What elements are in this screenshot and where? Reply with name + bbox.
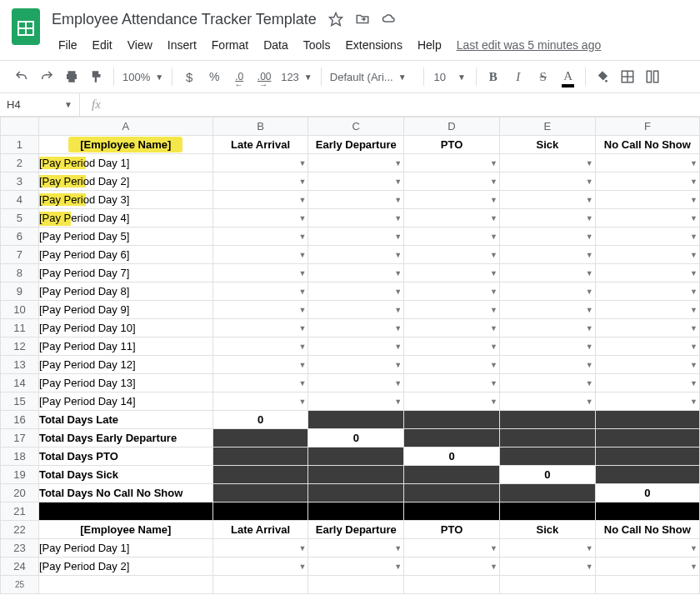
dropdown-icon[interactable]: ▼ xyxy=(690,398,698,406)
data-cell[interactable]: ▼ xyxy=(499,356,595,374)
data-cell[interactable]: ▼ xyxy=(404,282,500,301)
data-cell[interactable] xyxy=(212,576,308,594)
corner-cell[interactable] xyxy=(1,118,39,136)
header-cell[interactable]: PTO xyxy=(404,521,500,539)
data-cell[interactable]: ▼ xyxy=(404,172,500,191)
row-header[interactable]: 1 xyxy=(1,136,39,154)
data-cell[interactable]: ▼ xyxy=(595,228,699,246)
redo-button[interactable] xyxy=(35,65,58,88)
dropdown-icon[interactable]: ▼ xyxy=(490,544,498,552)
dropdown-icon[interactable]: ▼ xyxy=(586,398,593,406)
data-cell[interactable]: ▼ xyxy=(499,264,595,282)
dropdown-icon[interactable]: ▼ xyxy=(490,324,498,332)
col-header-B[interactable]: B xyxy=(212,118,308,136)
day-label[interactable]: [Pay Period Day 2] xyxy=(38,558,212,576)
day-label[interactable]: [Pay Period Day 7] xyxy=(38,264,212,282)
data-cell[interactable]: ▼ xyxy=(212,558,308,576)
row-header[interactable]: 9 xyxy=(1,282,39,301)
menu-file[interactable]: File xyxy=(52,35,84,55)
dropdown-icon[interactable]: ▼ xyxy=(394,544,402,552)
zoom-select[interactable]: 100%▼ xyxy=(119,65,167,88)
undo-button[interactable] xyxy=(10,65,33,88)
row-header[interactable]: 17 xyxy=(1,429,39,448)
header-cell[interactable]: Early Departure xyxy=(308,521,404,539)
dropdown-icon[interactable]: ▼ xyxy=(394,178,402,186)
dropdown-icon[interactable]: ▼ xyxy=(690,214,698,222)
dropdown-icon[interactable]: ▼ xyxy=(490,361,498,369)
data-cell[interactable]: ▼ xyxy=(595,172,699,191)
dropdown-icon[interactable]: ▼ xyxy=(690,288,698,296)
name-box[interactable]: H4 ▼ xyxy=(0,93,80,116)
dec-dec-button[interactable]: .0← xyxy=(228,65,251,88)
dropdown-icon[interactable]: ▼ xyxy=(586,251,593,259)
dropdown-icon[interactable]: ▼ xyxy=(586,342,593,351)
menu-format[interactable]: Format xyxy=(205,35,255,55)
data-cell[interactable]: ▼ xyxy=(499,191,595,209)
header-cell[interactable]: Early Departure xyxy=(308,136,404,154)
data-cell[interactable]: ▼ xyxy=(308,191,404,209)
dropdown-icon[interactable]: ▼ xyxy=(586,544,593,552)
data-cell[interactable]: ▼ xyxy=(212,246,308,264)
data-cell[interactable] xyxy=(308,576,404,594)
row-header[interactable]: 14 xyxy=(1,374,39,392)
data-cell[interactable]: ▼ xyxy=(308,338,404,356)
data-cell[interactable]: ▼ xyxy=(308,154,404,172)
dropdown-icon[interactable]: ▼ xyxy=(586,214,593,222)
dropdown-icon[interactable]: ▼ xyxy=(394,324,402,332)
dropdown-icon[interactable]: ▼ xyxy=(298,159,306,168)
row-header[interactable]: 3 xyxy=(1,172,39,191)
data-cell[interactable]: ▼ xyxy=(212,301,308,319)
day-label[interactable]: [Pay Period Day 2] xyxy=(38,172,212,191)
dropdown-icon[interactable]: ▼ xyxy=(394,196,402,204)
data-cell[interactable]: ▼ xyxy=(212,228,308,246)
dropdown-icon[interactable]: ▼ xyxy=(298,562,306,571)
move-folder-icon[interactable] xyxy=(355,12,370,27)
dropdown-icon[interactable]: ▼ xyxy=(586,178,593,186)
dropdown-icon[interactable]: ▼ xyxy=(490,251,498,259)
data-cell[interactable]: ▼ xyxy=(499,374,595,392)
data-cell[interactable]: ▼ xyxy=(595,374,699,392)
day-label[interactable]: [Pay Period Day 9] xyxy=(38,301,212,319)
header-cell[interactable]: No Call No Show xyxy=(595,136,699,154)
data-cell[interactable]: ▼ xyxy=(499,539,595,558)
dropdown-icon[interactable]: ▼ xyxy=(394,159,402,168)
data-cell[interactable]: ▼ xyxy=(499,172,595,191)
data-cell[interactable]: ▼ xyxy=(595,356,699,374)
day-label[interactable]: [Pay Period Day 14] xyxy=(38,392,212,411)
row-header[interactable]: 12 xyxy=(1,338,39,356)
data-cell[interactable]: ▼ xyxy=(499,228,595,246)
row-header[interactable]: 22 xyxy=(1,521,39,539)
total-value[interactable]: 0 xyxy=(404,448,500,466)
data-cell[interactable]: ▼ xyxy=(308,209,404,228)
currency-button[interactable]: $ xyxy=(178,65,201,88)
dropdown-icon[interactable]: ▼ xyxy=(298,398,306,406)
day-label[interactable]: [Pay Period Day 12] xyxy=(38,356,212,374)
font-select[interactable]: Default (Ari...▼ xyxy=(327,65,418,88)
dropdown-icon[interactable]: ▼ xyxy=(490,306,498,314)
dropdown-icon[interactable]: ▼ xyxy=(586,306,593,314)
data-cell[interactable]: ▼ xyxy=(595,191,699,209)
dropdown-icon[interactable]: ▼ xyxy=(586,288,593,296)
dropdown-icon[interactable]: ▼ xyxy=(394,269,402,278)
data-cell[interactable] xyxy=(404,576,500,594)
dropdown-icon[interactable]: ▼ xyxy=(690,178,698,186)
data-cell[interactable]: ▼ xyxy=(595,558,699,576)
row-header[interactable]: 24 xyxy=(1,558,39,576)
data-cell[interactable]: ▼ xyxy=(212,154,308,172)
data-cell[interactable]: ▼ xyxy=(404,539,500,558)
dropdown-icon[interactable]: ▼ xyxy=(586,361,593,369)
data-cell[interactable]: ▼ xyxy=(595,539,699,558)
menu-edit[interactable]: Edit xyxy=(86,35,119,55)
menu-tools[interactable]: Tools xyxy=(297,35,338,55)
data-cell[interactable]: ▼ xyxy=(404,338,500,356)
data-cell[interactable]: ▼ xyxy=(595,264,699,282)
dropdown-icon[interactable]: ▼ xyxy=(490,398,498,406)
data-cell[interactable]: ▼ xyxy=(308,228,404,246)
text-color-button[interactable]: A xyxy=(557,65,580,88)
font-size-select[interactable]: 10▼ xyxy=(429,65,471,88)
data-cell[interactable]: ▼ xyxy=(499,319,595,338)
dropdown-icon[interactable]: ▼ xyxy=(690,196,698,204)
day-label[interactable]: [Pay Period Day 3] xyxy=(38,191,212,209)
dropdown-icon[interactable]: ▼ xyxy=(690,562,698,571)
fill-color-button[interactable] xyxy=(591,65,614,88)
